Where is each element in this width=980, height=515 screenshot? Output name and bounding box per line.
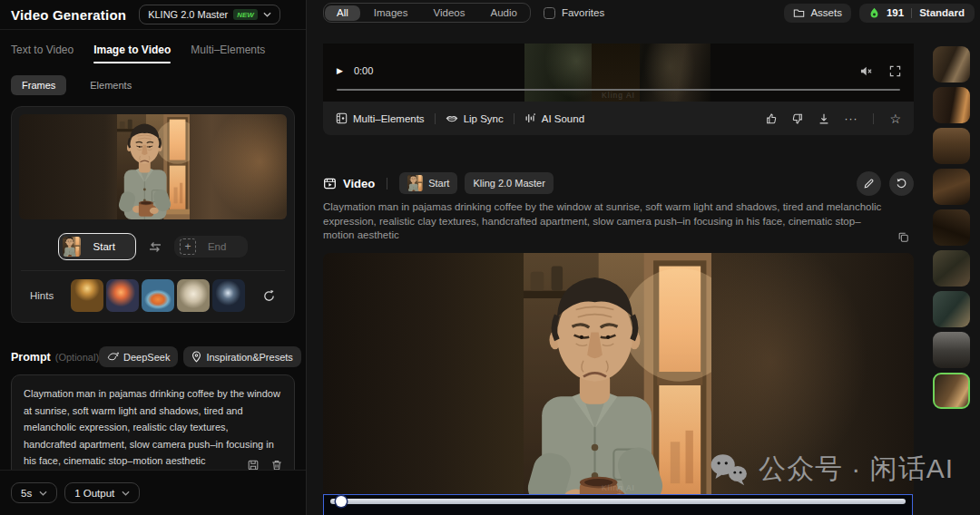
mode-elements[interactable]: Elements [79, 75, 142, 95]
muted-speaker-icon[interactable] [859, 65, 873, 77]
hints-label: Hints [30, 290, 54, 301]
tab-multi-elements[interactable]: Multi–Elements [191, 44, 265, 63]
hint-thumbnail[interactable] [142, 279, 174, 312]
favorite-star-icon[interactable]: ☆ [889, 112, 901, 125]
folder-icon [793, 7, 805, 18]
edit-button[interactable] [857, 171, 881, 196]
output-count-value: 1 Output [74, 488, 114, 499]
model-selector[interactable]: KLING 2.0 Master NEW [139, 5, 280, 24]
wechat-icon [709, 452, 749, 487]
video-thumbnail[interactable] [933, 87, 970, 123]
more-options-icon[interactable]: ··· [844, 112, 858, 125]
assets-button[interactable]: Assets [784, 4, 851, 23]
generation-settings-bar: 5s 1 Output [0, 470, 306, 515]
ai-sound-button[interactable]: AI Sound [524, 112, 584, 124]
asset-filter-bar: All Images Videos Audio Favorites Assets… [323, 2, 975, 24]
location-pin-icon [191, 351, 201, 363]
regenerate-button[interactable] [889, 171, 914, 196]
copy-icon[interactable] [897, 231, 909, 243]
inspiration-presets-label: Inspiration&Presets [206, 352, 292, 363]
refresh-hints-icon[interactable] [262, 289, 276, 303]
filter-audio[interactable]: Audio [478, 5, 528, 21]
fullscreen-icon[interactable] [889, 65, 901, 77]
video-thumbnail[interactable] [933, 169, 970, 205]
prompt-text: Claymation man in pajamas drinking coffe… [24, 385, 282, 470]
seek-handle[interactable] [336, 496, 347, 507]
generation-type: Video [323, 177, 375, 190]
start-frame-label: Start [93, 241, 115, 252]
lip-sync-button[interactable]: Lip Sync [446, 113, 504, 124]
main-area: All Images Videos Audio Favorites Assets… [308, 0, 980, 515]
play-icon[interactable]: ▶ [337, 66, 343, 75]
mode-switch: Frames Elements [11, 75, 295, 95]
hint-thumbnail[interactable] [212, 279, 245, 312]
inspiration-presets-button[interactable]: Inspiration&Presets [183, 346, 300, 367]
output-count-select[interactable]: 1 Output [64, 482, 140, 503]
video-thumbnail[interactable] [933, 128, 970, 164]
results-feed: ▶ 0:00 Kling AI Multi–Elements [323, 44, 914, 515]
video-backdrop-left [323, 253, 524, 515]
start-frame-tag-thumbnail [407, 175, 423, 191]
video-clapper-icon [323, 177, 337, 190]
end-frame-label: End [208, 241, 226, 252]
player-controls-right [859, 65, 901, 77]
start-frame-tag-label: Start [428, 178, 449, 189]
history-video-player[interactable]: ▶ 0:00 Kling AI [323, 44, 914, 102]
filter-all[interactable]: All [325, 5, 360, 21]
download-icon[interactable] [818, 112, 830, 125]
video-thumbnail-selected[interactable] [933, 373, 970, 409]
video-thumbnail[interactable] [933, 209, 970, 246]
assets-label: Assets [810, 7, 842, 18]
lip-sync-label: Lip Sync [464, 113, 504, 124]
video-thumbnail[interactable] [933, 250, 970, 287]
hint-thumbnail[interactable] [177, 279, 210, 312]
divider [514, 113, 514, 124]
tab-text-to-video[interactable]: Text to Video [11, 44, 74, 63]
deepseek-label: DeepSeek [123, 352, 170, 363]
generation-tabs: Text to Video Image to Video Multi–Eleme… [11, 44, 295, 63]
video-thumbnail[interactable] [933, 291, 970, 327]
thumbs-up-icon[interactable] [765, 112, 778, 125]
new-badge: NEW [233, 9, 258, 20]
thumbs-down-icon[interactable] [791, 112, 804, 125]
deepseek-button[interactable]: DeepSeek [99, 346, 178, 367]
start-frame-tag[interactable]: Start [399, 172, 457, 194]
watermark-text: 公众号 · 闲话AI [759, 451, 954, 488]
start-frame-button[interactable]: Start [58, 233, 136, 260]
favorites-checkbox[interactable] [544, 7, 555, 19]
prompt-input[interactable]: Claymation man in pajamas drinking coffe… [11, 374, 295, 481]
video-seek-bar[interactable] [323, 494, 913, 515]
frame-row: Start + End [19, 233, 287, 260]
hint-thumbnail[interactable] [106, 279, 139, 312]
divider [873, 113, 874, 124]
page-title: Video Generation [11, 7, 126, 23]
divider [911, 8, 912, 18]
history-video-card: ▶ 0:00 Kling AI Multi–Elements [323, 44, 914, 135]
generation-type-label: Video [343, 177, 375, 190]
player-controls: ▶ 0:00 [337, 65, 373, 76]
tab-image-to-video[interactable]: Image to Video [93, 44, 171, 63]
filter-images[interactable]: Images [362, 5, 420, 21]
chevron-down-icon [122, 491, 130, 496]
video-thumbnail[interactable] [933, 332, 970, 368]
filter-videos[interactable]: Videos [422, 5, 477, 21]
favorites-filter[interactable]: Favorites [544, 7, 604, 19]
swap-frames-icon[interactable] [148, 241, 162, 253]
multi-elements-button[interactable]: Multi–Elements [336, 112, 425, 124]
prompt-header: Prompt (Optional) DeepSeek Inspiration&P… [11, 346, 295, 367]
credits-count: 191 [887, 7, 904, 18]
video-actions-bar: Multi–Elements Lip Sync AI Sound [323, 102, 914, 135]
seek-track[interactable] [330, 499, 906, 504]
app-window: Video Generation KLING 2.0 Master NEW Te… [0, 0, 980, 515]
prompt-tools: DeepSeek Inspiration&Presets [99, 346, 301, 367]
start-frame-preview[interactable] [19, 114, 287, 219]
video-thumbnail[interactable] [933, 46, 970, 83]
left-panel-header: Video Generation KLING 2.0 Master NEW [0, 0, 306, 30]
pencil-icon [863, 178, 875, 189]
end-frame-button[interactable]: + End [174, 236, 248, 258]
model-tag[interactable]: Kling 2.0 Master [465, 172, 553, 194]
progress-bar[interactable] [337, 89, 900, 92]
duration-select[interactable]: 5s [11, 482, 57, 503]
mode-frames[interactable]: Frames [11, 75, 66, 95]
hint-thumbnail[interactable] [71, 279, 103, 312]
